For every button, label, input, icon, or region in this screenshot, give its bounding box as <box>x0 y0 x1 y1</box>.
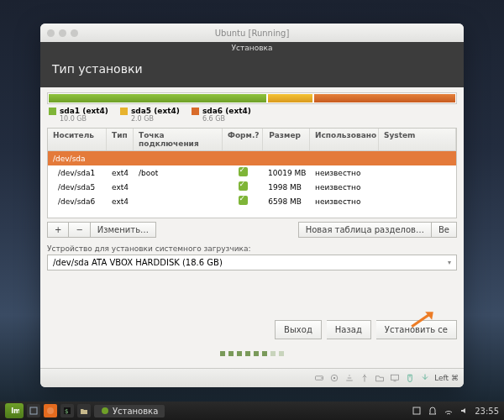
partition-bar <box>47 92 457 104</box>
mint-logo-icon: lm <box>9 406 19 416</box>
task-label: Установка <box>113 407 158 416</box>
col-type[interactable]: Тип <box>107 129 134 150</box>
vm-statusbar: Left ⌘ <box>40 368 464 387</box>
vm-title: Ubuntu [Running] <box>40 29 464 38</box>
table-row[interactable]: /dev/sda1 ext4 /boot 10019 MB неизвестно <box>48 165 456 180</box>
legend-size: 10.0 GB <box>60 115 108 123</box>
network-tray-icon[interactable] <box>443 406 454 417</box>
remove-partition-button[interactable]: − <box>69 222 90 238</box>
installer-heading: Тип установки <box>40 54 464 87</box>
bootloader-value: /dev/sda ATA VBOX HARDDISK (18.6 GB) <box>53 258 223 267</box>
col-format[interactable]: Форм.? <box>223 129 263 150</box>
update-icon[interactable] <box>411 406 422 417</box>
table-row[interactable]: /dev/sda6 ext4 6598 MB неизвестно <box>48 194 456 208</box>
optical-icon[interactable] <box>328 373 339 384</box>
svg-point-1 <box>321 377 323 379</box>
os-taskbar[interactable]: lm $ Установка 23:55 <box>0 402 504 420</box>
new-table-button[interactable]: Новая таблица разделов… <box>298 222 432 238</box>
vm-titlebar[interactable]: Ubuntu [Running] <box>40 24 464 42</box>
terminal-launcher[interactable]: $ <box>60 404 74 417</box>
firefox-launcher[interactable] <box>44 404 57 417</box>
vm-client-area: Установка Тип установки sda1 (ext4)10.0 … <box>40 42 464 368</box>
partition-table[interactable]: Носитель Тип Точка подключения Форм.? Ра… <box>47 128 457 218</box>
legend-label: sda5 (ext4) <box>131 107 180 115</box>
partition-seg-sda1[interactable] <box>49 94 266 102</box>
legend-label: sda1 (ext4) <box>60 107 108 115</box>
legend-size: 6.6 GB <box>202 115 251 123</box>
partition-seg-sda6[interactable] <box>314 94 455 102</box>
install-button[interactable]: Установить се <box>376 320 457 339</box>
shared-folder-icon[interactable] <box>374 373 385 384</box>
legend-label: sda6 (ext4) <box>202 107 251 115</box>
vm-window: Ubuntu [Running] Установка Тип установки… <box>40 24 464 387</box>
installer-titlebar[interactable]: Установка <box>40 42 464 54</box>
svg-rect-6 <box>30 407 37 414</box>
volume-icon[interactable] <box>459 406 470 417</box>
start-menu-button[interactable]: lm <box>5 403 24 418</box>
checkbox-icon <box>239 196 248 205</box>
taskbar-task-installer[interactable]: Установка <box>94 405 165 417</box>
progress-dots <box>40 344 464 360</box>
bootloader-select[interactable]: /dev/sda ATA VBOX HARDDISK (18.6 GB) ▾ <box>47 255 457 270</box>
swatch-icon <box>120 108 128 115</box>
svg-text:$: $ <box>65 408 68 415</box>
hdd-icon[interactable] <box>313 373 324 384</box>
table-row[interactable]: /dev/sda5 ext4 1998 MB неизвестно <box>48 180 456 194</box>
table-header: Носитель Тип Точка подключения Форм.? Ра… <box>48 129 456 151</box>
back-button[interactable]: Назад <box>327 320 371 339</box>
revert-button[interactable]: Ве <box>432 222 457 238</box>
files-launcher[interactable] <box>77 404 91 417</box>
svg-rect-4 <box>391 375 398 380</box>
quit-button[interactable]: Выход <box>275 320 322 339</box>
table-row[interactable]: /dev/sda <box>48 151 456 165</box>
display-icon[interactable] <box>389 373 400 384</box>
add-partition-button[interactable]: + <box>47 222 69 238</box>
col-size[interactable]: Размер <box>263 129 310 150</box>
show-desktop-button[interactable] <box>27 404 40 417</box>
keyboard-capture-icon[interactable] <box>419 373 430 384</box>
system-tray[interactable]: 23:55 <box>411 406 499 417</box>
host-key-label: Left ⌘ <box>434 374 459 382</box>
checkbox-icon <box>239 181 248 191</box>
installer-window: Установка Тип установки sda1 (ext4)10.0 … <box>40 42 464 368</box>
chevron-down-icon: ▾ <box>448 259 451 266</box>
col-used[interactable]: Использовано <box>310 129 379 150</box>
notification-icon[interactable] <box>427 406 438 417</box>
partition-seg-sda5[interactable] <box>268 94 312 102</box>
swatch-icon <box>49 108 56 115</box>
svg-text:lm: lm <box>11 407 19 415</box>
col-device[interactable]: Носитель <box>48 129 107 150</box>
legend-size: 2.0 GB <box>131 115 180 123</box>
checkbox-icon <box>239 167 248 176</box>
clock[interactable]: 23:55 <box>475 407 499 416</box>
bootloader-label: Устройство для установки системного загр… <box>47 244 457 253</box>
network-icon[interactable] <box>344 373 354 384</box>
change-partition-button[interactable]: Изменить… <box>91 222 156 238</box>
usb-icon[interactable] <box>359 373 370 384</box>
col-mount[interactable]: Точка подключения <box>134 129 223 150</box>
swatch-icon <box>192 108 199 115</box>
svg-point-3 <box>333 377 335 379</box>
svg-point-7 <box>47 407 54 414</box>
col-system[interactable]: System <box>379 129 456 150</box>
app-icon <box>101 407 109 415</box>
svg-rect-11 <box>413 407 420 414</box>
partition-legend: sda1 (ext4)10.0 GB sda5 (ext4)2.0 GB sda… <box>47 104 457 128</box>
mouse-integration-icon[interactable] <box>404 373 415 384</box>
svg-point-10 <box>102 407 108 414</box>
